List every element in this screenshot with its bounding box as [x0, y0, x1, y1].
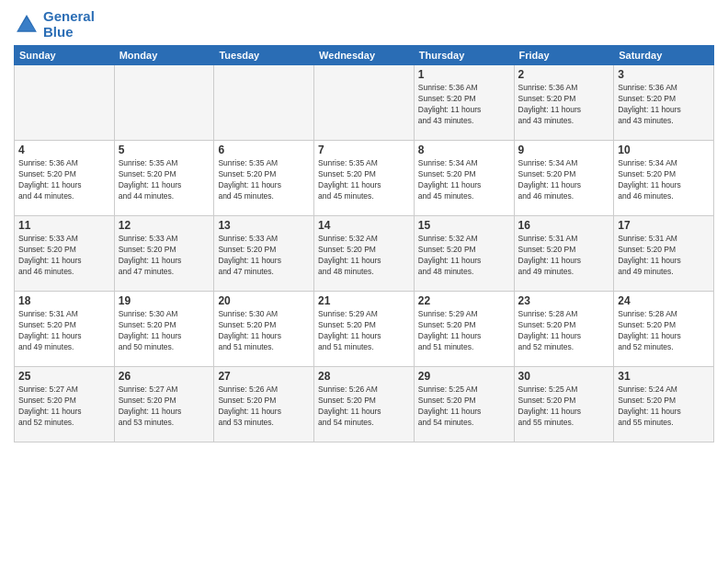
- calendar-cell: 15Sunrise: 5:32 AMSunset: 5:20 PMDayligh…: [414, 216, 514, 292]
- calendar-cell: 18Sunrise: 5:31 AMSunset: 5:20 PMDayligh…: [15, 292, 115, 367]
- day-number: 23: [518, 294, 610, 307]
- cell-info-line: Sunrise: 5:25 AM: [418, 385, 510, 396]
- calendar-cell: 14Sunrise: 5:32 AMSunset: 5:20 PMDayligh…: [314, 216, 415, 292]
- cell-info-line: and 45 minutes.: [318, 191, 410, 202]
- day-number: 19: [119, 294, 210, 307]
- cell-info-line: Sunrise: 5:25 AM: [518, 385, 610, 396]
- cell-info-line: Daylight: 11 hours: [218, 407, 310, 418]
- day-number: 9: [518, 144, 610, 156]
- cell-info-line: Sunrise: 5:29 AM: [418, 309, 510, 320]
- cell-info-line: and 43 minutes.: [518, 116, 610, 127]
- cell-info-line: Sunrise: 5:24 AM: [618, 385, 710, 396]
- cell-info-line: and 54 minutes.: [318, 418, 410, 429]
- cell-info-line: and 54 minutes.: [418, 418, 510, 429]
- cell-info-line: and 44 minutes.: [18, 191, 110, 202]
- day-number: 31: [618, 370, 710, 383]
- cell-info-line: Sunset: 5:20 PM: [618, 169, 710, 180]
- cell-info-line: and 55 minutes.: [518, 418, 610, 429]
- day-number: 26: [119, 370, 210, 383]
- cell-info-line: Sunrise: 5:28 AM: [518, 309, 610, 320]
- cell-info-line: and 43 minutes.: [418, 116, 510, 127]
- calendar-cell: 19Sunrise: 5:30 AMSunset: 5:20 PMDayligh…: [114, 292, 214, 367]
- day-number: 3: [618, 68, 710, 81]
- calendar-cell: 27Sunrise: 5:26 AMSunset: 5:20 PMDayligh…: [214, 367, 314, 442]
- calendar-container: General Blue SundayMondayTuesdayWednesda…: [0, 0, 728, 452]
- cell-info-line: and 51 minutes.: [318, 342, 410, 353]
- cell-info-line: Sunset: 5:20 PM: [518, 94, 610, 105]
- calendar-cell: 13Sunrise: 5:33 AMSunset: 5:20 PMDayligh…: [214, 216, 314, 292]
- week-row-5: 25Sunrise: 5:27 AMSunset: 5:20 PMDayligh…: [15, 367, 714, 442]
- cell-info-line: and 49 minutes.: [518, 267, 610, 278]
- calendar-cell: 9Sunrise: 5:34 AMSunset: 5:20 PMDaylight…: [514, 141, 614, 216]
- day-number: 25: [18, 370, 110, 383]
- cell-info-line: and 51 minutes.: [218, 342, 310, 353]
- cell-info-line: Daylight: 11 hours: [18, 407, 110, 418]
- cell-info-line: Sunset: 5:20 PM: [218, 320, 310, 331]
- day-header-saturday: Saturday: [614, 46, 714, 65]
- day-number: 7: [318, 144, 410, 156]
- cell-info-line: Sunrise: 5:31 AM: [18, 309, 110, 320]
- calendar-cell: 11Sunrise: 5:33 AMSunset: 5:20 PMDayligh…: [15, 216, 115, 292]
- day-number: 28: [318, 370, 410, 383]
- day-number: 16: [518, 219, 610, 232]
- cell-info-line: Sunrise: 5:34 AM: [618, 158, 710, 169]
- cell-info-line: Sunset: 5:20 PM: [18, 169, 110, 180]
- cell-info-line: Sunrise: 5:32 AM: [418, 234, 510, 245]
- cell-info-line: and 49 minutes.: [18, 342, 110, 353]
- cell-info-line: Sunrise: 5:32 AM: [318, 234, 410, 245]
- cell-info-line: Daylight: 11 hours: [518, 407, 610, 418]
- day-number: 18: [18, 294, 110, 307]
- cell-info-line: Sunrise: 5:26 AM: [218, 385, 310, 396]
- cell-info-line: Sunrise: 5:26 AM: [318, 385, 410, 396]
- cell-info-line: Sunrise: 5:35 AM: [119, 158, 210, 169]
- cell-info-line: and 52 minutes.: [18, 418, 110, 429]
- cell-info-line: Sunset: 5:20 PM: [18, 396, 110, 407]
- logo-icon: [14, 12, 40, 38]
- cell-info-line: and 51 minutes.: [418, 342, 510, 353]
- cell-info-line: Sunrise: 5:31 AM: [518, 234, 610, 245]
- week-row-1: 1Sunrise: 5:36 AMSunset: 5:20 PMDaylight…: [15, 65, 714, 141]
- calendar-cell: 24Sunrise: 5:28 AMSunset: 5:20 PMDayligh…: [614, 292, 714, 367]
- day-header-sunday: Sunday: [15, 46, 115, 65]
- cell-info-line: Sunrise: 5:36 AM: [418, 83, 510, 94]
- cell-info-line: Daylight: 11 hours: [18, 331, 110, 342]
- cell-info-line: and 48 minutes.: [318, 267, 410, 278]
- cell-info-line: Daylight: 11 hours: [618, 256, 710, 267]
- cell-info-line: Daylight: 11 hours: [218, 256, 310, 267]
- cell-info-line: and 49 minutes.: [618, 267, 710, 278]
- cell-info-line: Sunrise: 5:35 AM: [318, 158, 410, 169]
- calendar-cell: 8Sunrise: 5:34 AMSunset: 5:20 PMDaylight…: [414, 141, 514, 216]
- cell-info-line: Daylight: 11 hours: [119, 407, 210, 418]
- cell-info-line: Daylight: 11 hours: [618, 180, 710, 191]
- cell-info-line: and 55 minutes.: [618, 418, 710, 429]
- cell-info-line: Sunset: 5:20 PM: [218, 169, 310, 180]
- day-number: 6: [218, 144, 310, 156]
- cell-info-line: and 53 minutes.: [218, 418, 310, 429]
- calendar-cell: 7Sunrise: 5:35 AMSunset: 5:20 PMDaylight…: [314, 141, 415, 216]
- cell-info-line: and 43 minutes.: [618, 116, 710, 127]
- day-number: 15: [418, 219, 510, 232]
- calendar-cell: 29Sunrise: 5:25 AMSunset: 5:20 PMDayligh…: [414, 367, 514, 442]
- cell-info-line: Daylight: 11 hours: [418, 407, 510, 418]
- calendar-cell: 31Sunrise: 5:24 AMSunset: 5:20 PMDayligh…: [614, 367, 714, 442]
- calendar-cell: 17Sunrise: 5:31 AMSunset: 5:20 PMDayligh…: [614, 216, 714, 292]
- cell-info-line: Daylight: 11 hours: [518, 331, 610, 342]
- cell-info-line: and 52 minutes.: [618, 342, 710, 353]
- calendar-cell: [314, 65, 415, 141]
- day-number: 14: [318, 219, 410, 232]
- cell-info-line: Sunrise: 5:30 AM: [119, 309, 210, 320]
- calendar-cell: 6Sunrise: 5:35 AMSunset: 5:20 PMDaylight…: [214, 141, 314, 216]
- cell-info-line: Sunrise: 5:29 AM: [318, 309, 410, 320]
- calendar-cell: 30Sunrise: 5:25 AMSunset: 5:20 PMDayligh…: [514, 367, 614, 442]
- day-number: 30: [518, 370, 610, 383]
- day-number: 2: [518, 68, 610, 81]
- week-row-2: 4Sunrise: 5:36 AMSunset: 5:20 PMDaylight…: [15, 141, 714, 216]
- cell-info-line: Daylight: 11 hours: [418, 331, 510, 342]
- cell-info-line: Sunrise: 5:31 AM: [618, 234, 710, 245]
- cell-info-line: Sunrise: 5:34 AM: [518, 158, 610, 169]
- calendar-cell: 23Sunrise: 5:28 AMSunset: 5:20 PMDayligh…: [514, 292, 614, 367]
- cell-info-line: Daylight: 11 hours: [318, 180, 410, 191]
- day-number: 8: [418, 144, 510, 156]
- cell-info-line: Sunset: 5:20 PM: [518, 320, 610, 331]
- svg-marker-1: [18, 17, 36, 30]
